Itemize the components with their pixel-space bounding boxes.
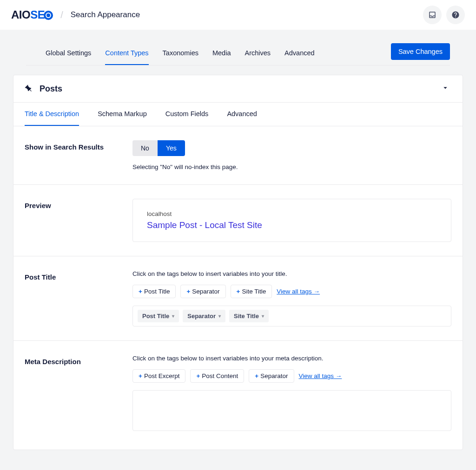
inner-tabs: Title & Description Schema Markup Custom… <box>13 102 463 126</box>
tab-media[interactable]: Media <box>212 43 231 65</box>
content-preview: localhost Sample Post - Local Test Site <box>132 199 451 242</box>
preview-box: localhost Sample Post - Local Test Site <box>132 199 451 242</box>
pill-post-title[interactable]: Post Title▾ <box>138 310 179 322</box>
tag-btn-site-title[interactable]: +Site Title <box>231 285 272 298</box>
hint-show-in-search: Selecting "No" will no-index this page. <box>132 163 451 170</box>
logo-text: AIOSE <box>11 8 45 21</box>
breadcrumb: Search Appearance <box>71 10 140 20</box>
panel-header[interactable]: Posts <box>13 75 463 102</box>
inner-tab-custom-fields[interactable]: Custom Fields <box>165 103 209 126</box>
inner-tab-schema-markup[interactable]: Schema Markup <box>98 103 147 126</box>
tag-row-meta-desc: +Post Excerpt +Post Content +Separator V… <box>132 369 451 383</box>
help-icon <box>451 11 460 19</box>
content-post-title: Click on the tags below to insert variab… <box>132 270 451 326</box>
inner-tab-advanced[interactable]: Advanced <box>227 103 257 126</box>
row-meta-description: Meta Description Click on the tags below… <box>13 341 463 450</box>
top-bar: AIOSE / Search Appearance <box>0 0 476 30</box>
top-left: AIOSE / Search Appearance <box>11 8 140 21</box>
plus-icon: + <box>186 288 190 295</box>
posts-panel: Posts Title & Description Schema Markup … <box>13 75 463 450</box>
row-preview: Preview localhost Sample Post - Local Te… <box>13 185 463 256</box>
tab-taxonomies[interactable]: Taxonomies <box>163 43 198 65</box>
save-changes-button[interactable]: Save Changes <box>391 43 450 60</box>
chevron-down-icon: ▾ <box>218 313 221 319</box>
chevron-down-icon: ▾ <box>172 313 174 319</box>
tag-btn-separator[interactable]: +Separator <box>180 285 225 298</box>
pill-site-title[interactable]: Site Title▾ <box>229 310 269 322</box>
page-content: Posts Title & Description Schema Markup … <box>0 75 476 450</box>
tag-btn-post-excerpt[interactable]: +Post Excerpt <box>132 369 185 383</box>
tag-btn-post-content[interactable]: +Post Content <box>190 369 244 383</box>
toggle-show-in-search: No Yes <box>132 140 185 156</box>
main-tabs: Global Settings Content Types Taxonomies… <box>46 43 315 65</box>
sub-nav: Global Settings Content Types Taxonomies… <box>0 43 476 65</box>
tag-btn-post-title[interactable]: +Post Title <box>132 285 176 298</box>
label-post-title: Post Title <box>25 270 132 326</box>
inbox-button[interactable] <box>423 6 442 24</box>
preview-url: localhost <box>147 210 437 217</box>
help-button[interactable] <box>446 6 465 24</box>
gear-icon <box>44 11 53 20</box>
plus-icon: + <box>139 372 142 379</box>
hint-meta-description: Click on the tags below to insert variab… <box>132 355 451 362</box>
label-show-in-search: Show in Search Results <box>25 140 132 170</box>
label-meta-description: Meta Description <box>25 355 132 431</box>
row-post-title: Post Title Click on the tags below to in… <box>13 256 463 341</box>
pin-icon <box>25 85 33 93</box>
plus-icon: + <box>196 372 200 379</box>
hint-post-title: Click on the tags below to insert variab… <box>132 270 451 277</box>
tag-row-post-title: +Post Title +Separator +Site Title View … <box>132 285 451 298</box>
label-preview: Preview <box>25 199 132 242</box>
tag-btn-meta-separator[interactable]: +Separator <box>249 369 294 383</box>
chevron-down-icon: ▾ <box>262 313 264 319</box>
plus-icon: + <box>139 288 142 295</box>
breadcrumb-divider: / <box>60 10 63 20</box>
preview-title: Sample Post - Local Test Site <box>147 220 437 230</box>
post-title-input[interactable]: Post Title▾ Separator▾ Site Title▾ <box>132 306 451 326</box>
logo[interactable]: AIOSE <box>11 8 53 21</box>
sub-nav-wrapper: Global Settings Content Types Taxonomies… <box>26 43 450 65</box>
tab-content-types[interactable]: Content Types <box>105 43 148 65</box>
tab-global-settings[interactable]: Global Settings <box>46 43 91 65</box>
view-all-tags-title[interactable]: View all tags → <box>277 288 320 295</box>
panel-title: Posts <box>40 84 62 94</box>
chevron-down-icon <box>441 84 450 94</box>
plus-icon: + <box>255 372 258 379</box>
toggle-no[interactable]: No <box>132 140 158 156</box>
tab-advanced[interactable]: Advanced <box>284 43 315 65</box>
view-all-tags-meta[interactable]: View all tags → <box>299 372 342 379</box>
plus-icon: + <box>237 288 240 295</box>
inner-tab-title-description[interactable]: Title & Description <box>25 103 79 126</box>
pill-separator[interactable]: Separator▾ <box>183 310 225 322</box>
panel-title-wrap: Posts <box>25 84 62 94</box>
toggle-yes[interactable]: Yes <box>158 140 185 156</box>
row-show-in-search: Show in Search Results No Yes Selecting … <box>13 126 463 185</box>
meta-description-input[interactable] <box>132 390 451 431</box>
content-meta-description: Click on the tags below to insert variab… <box>132 355 451 431</box>
top-right <box>423 6 465 24</box>
inbox-icon <box>428 11 436 19</box>
content-show-in-search: No Yes Selecting "No" will no-index this… <box>132 140 451 170</box>
tab-archives[interactable]: Archives <box>245 43 271 65</box>
